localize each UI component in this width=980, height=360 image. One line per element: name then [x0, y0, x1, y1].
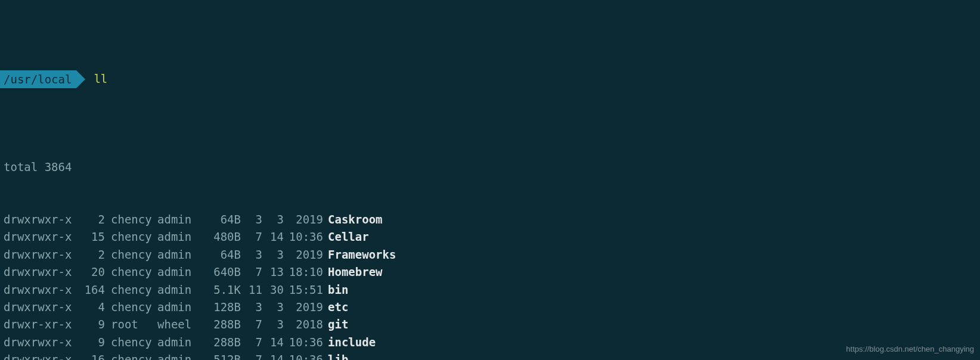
col-size: 5.1K — [198, 281, 241, 299]
col-d2: 14 — [262, 334, 284, 351]
col-d3: 10:36 — [284, 334, 323, 351]
col-perms: drwxrwxr-x — [4, 211, 80, 228]
prompt-arrow-icon — [76, 70, 85, 88]
col-name: git — [323, 316, 348, 333]
col-d2: 30 — [262, 281, 284, 299]
prompt-path: /usr/local — [0, 70, 76, 88]
col-links: 2 — [80, 246, 105, 263]
col-group: wheel — [151, 316, 198, 333]
col-perms: drwxrwxr-x — [4, 334, 80, 351]
col-d2: 3 — [262, 316, 284, 333]
col-size: 64B — [198, 246, 241, 263]
col-d1: 3 — [241, 246, 262, 263]
listing-row: drwxrwxr-x164chencyadmin5.1K113015:51bin — [4, 281, 980, 299]
listing-row: drwxrwxr-x4chencyadmin128B332019etc — [4, 299, 980, 316]
col-d1: 7 — [241, 263, 262, 281]
col-size: 640B — [198, 263, 241, 281]
listing-row: drwxrwxr-x16chencyadmin512B71410:36lib — [4, 351, 980, 360]
col-group: admin — [151, 246, 198, 263]
col-d1: 3 — [241, 299, 262, 316]
total-line: total 3864 — [4, 159, 980, 176]
col-d2: 13 — [262, 263, 284, 281]
col-links: 9 — [80, 316, 105, 333]
listing-row: drwxrwxr-x15chencyadmin480B71410:36Cella… — [4, 228, 980, 246]
col-owner: chency — [105, 281, 151, 299]
col-d2: 3 — [262, 246, 284, 263]
col-perms: drwxrwxr-x — [4, 299, 80, 316]
col-name: Caskroom — [323, 211, 383, 228]
col-group: admin — [151, 263, 198, 281]
col-size: 512B — [198, 351, 241, 360]
col-d1: 3 — [241, 211, 262, 228]
col-name: include — [323, 334, 376, 351]
col-owner: chency — [105, 211, 151, 228]
col-name: Frameworks — [323, 246, 396, 263]
col-name: Homebrew — [323, 263, 383, 281]
col-name: etc — [323, 299, 348, 316]
col-group: admin — [151, 211, 198, 228]
col-group: admin — [151, 351, 198, 360]
col-d3: 2019 — [284, 299, 323, 316]
col-perms: drwxrwxr-x — [4, 228, 80, 246]
col-d1: 7 — [241, 334, 262, 351]
col-links: 164 — [80, 281, 105, 299]
col-size: 288B — [198, 316, 241, 333]
col-name: Cellar — [323, 228, 369, 246]
col-size: 480B — [198, 228, 241, 246]
col-name: bin — [323, 281, 348, 299]
col-size: 64B — [198, 211, 241, 228]
col-perms: drwxrwxr-x — [4, 351, 80, 360]
watermark: https://blog.csdn.net/chen_changying — [846, 343, 974, 355]
col-owner: chency — [105, 334, 151, 351]
col-size: 128B — [198, 299, 241, 316]
col-owner: chency — [105, 263, 151, 281]
col-d3: 2019 — [284, 211, 323, 228]
col-d3: 10:36 — [284, 351, 323, 360]
col-d1: 11 — [241, 281, 262, 299]
col-owner: chency — [105, 228, 151, 246]
col-d3: 2018 — [284, 316, 323, 333]
col-perms: drwxrwxr-x — [4, 281, 80, 299]
col-d3: 2019 — [284, 246, 323, 263]
col-d1: 7 — [241, 316, 262, 333]
listing-row: drwxr-xr-x9rootwheel288B732018git — [4, 316, 980, 333]
col-perms: drwxr-xr-x — [4, 316, 80, 333]
col-d3: 10:36 — [284, 228, 323, 246]
listing-row: drwxrwxr-x2chencyadmin64B332019Framework… — [4, 246, 980, 263]
col-owner: chency — [105, 246, 151, 263]
col-d2: 3 — [262, 211, 284, 228]
col-name: lib — [323, 351, 348, 360]
col-d3: 15:51 — [284, 281, 323, 299]
col-links: 4 — [80, 299, 105, 316]
listing-row: drwxrwxr-x2chencyadmin64B332019Caskroom — [4, 211, 980, 228]
col-d1: 7 — [241, 351, 262, 360]
col-d2: 14 — [262, 228, 284, 246]
col-owner: chency — [105, 351, 151, 360]
col-group: admin — [151, 281, 198, 299]
listing-row: drwxrwxr-x20chencyadmin640B71318:10Homeb… — [4, 263, 980, 281]
command-input[interactable]: ll — [94, 70, 107, 88]
col-perms: drwxrwxr-x — [4, 246, 80, 263]
col-d3: 18:10 — [284, 263, 323, 281]
col-owner: root — [105, 316, 151, 333]
terminal-output: total 3864 drwxrwxr-x2chencyadmin64B3320… — [0, 123, 980, 360]
col-links: 15 — [80, 228, 105, 246]
listing-row: drwxrwxr-x9chencyadmin288B71410:36includ… — [4, 334, 980, 351]
col-size: 288B — [198, 334, 241, 351]
col-links: 9 — [80, 334, 105, 351]
col-owner: chency — [105, 299, 151, 316]
col-links: 2 — [80, 211, 105, 228]
col-perms: drwxrwxr-x — [4, 263, 80, 281]
col-group: admin — [151, 299, 198, 316]
col-group: admin — [151, 228, 198, 246]
prompt-line[interactable]: /usr/local ll — [0, 70, 980, 88]
col-group: admin — [151, 334, 198, 351]
col-d2: 3 — [262, 299, 284, 316]
col-d2: 14 — [262, 351, 284, 360]
col-d1: 7 — [241, 228, 262, 246]
col-links: 16 — [80, 351, 105, 360]
col-links: 20 — [80, 263, 105, 281]
